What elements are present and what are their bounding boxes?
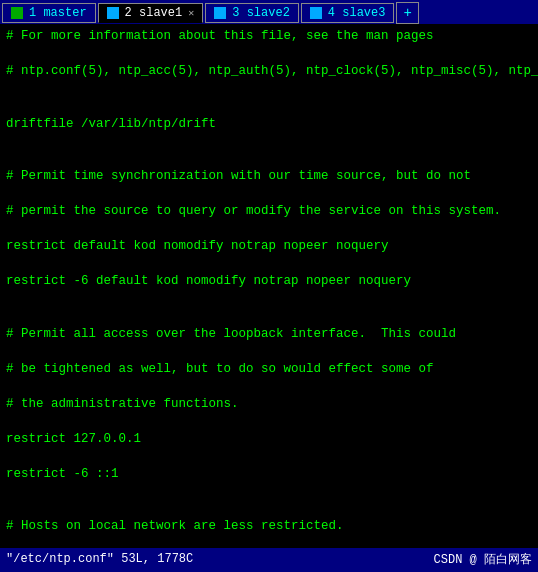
editor-area: # For more information about this file, … [0,24,538,548]
slave3-icon [310,7,322,19]
tab-slave2[interactable]: 3 slave2 [205,3,299,23]
editor-line: # Permit all access over the loopback in… [6,326,532,344]
editor-line: # be tightened as well, but to do so wou… [6,361,532,379]
editor-line: # For more information about this file, … [6,28,532,46]
tab-slave3-label: 4 slave3 [328,6,386,20]
tab-master-label: 1 master [29,6,87,20]
tab-slave3[interactable]: 4 slave3 [301,3,395,23]
tab-master[interactable]: 1 master [2,3,96,23]
status-right-info: CSDN @ 陌白网客 [434,551,532,568]
master-icon [11,7,23,19]
editor-line: restrict 127.0.0.1 [6,431,532,449]
tab-add-button[interactable]: + [396,2,418,24]
status-file-info: "/etc/ntp.conf" 53L, 1778C [6,552,193,566]
editor-line: # ntp.conf(5), ntp_acc(5), ntp_auth(5), … [6,63,532,81]
editor-line: # Permit time synchronization with our t… [6,168,532,186]
editor-line: restrict -6 default kod nomodify notrap … [6,273,532,291]
editor-line: # the administrative functions. [6,396,532,414]
slave1-icon [107,7,119,19]
editor-line: restrict default kod nomodify notrap nop… [6,238,532,256]
editor-line: restrict -6 ::1 [6,466,532,484]
slave2-icon [214,7,226,19]
tab-slave1[interactable]: 2 slave1 ✕ [98,3,204,23]
tab-slave2-label: 3 slave2 [232,6,290,20]
tab-slave1-label: 2 slave1 [125,6,183,20]
status-bar: "/etc/ntp.conf" 53L, 1778C CSDN @ 陌白网客 [0,548,538,570]
editor-line: # Hosts on local network are less restri… [6,518,532,536]
tab-bar: 1 master 2 slave1 ✕ 3 slave2 4 slave3 + [0,0,538,24]
editor-line: driftfile /var/lib/ntp/drift [6,116,532,134]
tab-slave1-close[interactable]: ✕ [188,7,194,19]
editor-line: # permit the source to query or modify t… [6,203,532,221]
